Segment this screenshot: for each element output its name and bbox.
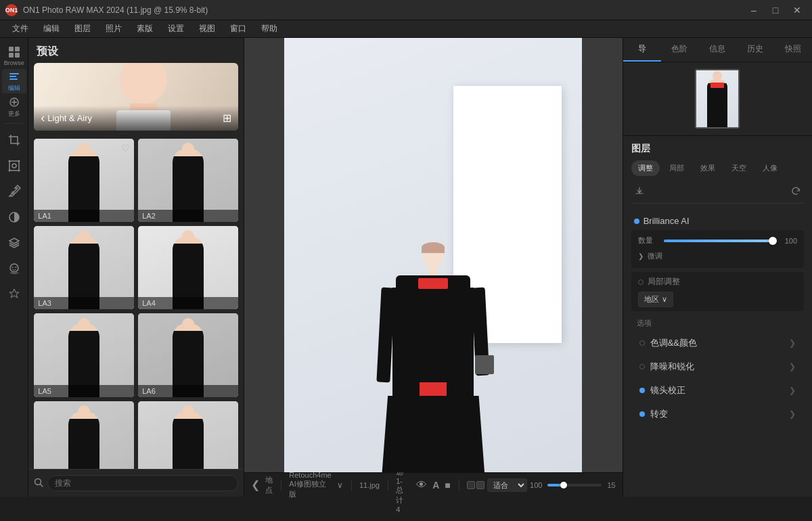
region-select[interactable]: 地区 ∨ [638,292,673,307]
menu-settings[interactable]: 设置 [161,22,191,36]
right-panel: 导 色阶 信息 历史 快照 图层 调整 局部 [623,38,812,497]
iconbar-edit[interactable]: 编辑 [2,69,26,93]
lens-arrow: ❯ [789,386,796,395]
view-mode-1[interactable] [467,481,475,489]
preset-la3-label: LA3 [34,297,134,309]
preset-la7[interactable] [34,401,134,469]
camera-icon[interactable]: ■ [445,480,450,491]
thumbnail-area [623,62,812,136]
hero-grid-icon[interactable]: ⊞ [223,112,231,124]
menu-layer[interactable]: 图层 [68,22,97,36]
menu-file[interactable]: 文件 [5,22,35,36]
denoise-dot [639,364,645,369]
iconbar-plugin[interactable] [2,282,26,307]
tab-histogram[interactable]: 色阶 [661,38,699,62]
fit-mode-select[interactable]: 适合 100% 200% 适合 [487,478,527,492]
fashion-figure [372,245,494,472]
preset-la1[interactable]: ♡ LA1 [34,139,134,222]
maximize-button[interactable]: □ [766,1,785,20]
tab-info[interactable]: 信息 [698,38,736,62]
fine-tune-row[interactable]: ❯ 微调 [638,250,797,263]
fine-tune-label: 微调 [648,251,662,261]
close-button[interactable]: ✕ [788,1,807,20]
hero-preset[interactable]: ‹ Light & Airy ⊞ [34,63,238,131]
search-input[interactable] [47,475,238,491]
hero-back-icon: ‹ [41,111,45,125]
canvas-area: ❮ 地点 Retouch4me AI修图独立版 ∨ 11.jpg 已选1-总计4… [244,38,623,497]
iconbar-browse[interactable]: Browse [2,43,26,68]
view-mode-2[interactable] [476,481,484,489]
zoom-value: 100 [530,481,542,489]
titlebar: ON1 ON1 Photo RAW MAX 2024 (11.jpg @ 15.… [0,0,812,20]
text-a-icon[interactable]: A [432,480,439,491]
menu-edit[interactable]: 编辑 [37,22,66,36]
svg-point-12 [8,160,10,162]
iconbar-retouch[interactable] [2,179,26,204]
tab-snapshots[interactable]: 快照 [774,38,812,62]
local-adj-header[interactable]: 局部调整 [638,276,797,288]
preset-la5[interactable]: LA5 [34,313,134,397]
adj-brilliance-dot [634,219,639,224]
presets-panel: 预设 ‹ Light & Airy ⊞ [28,38,244,497]
tab-sky[interactable]: 天空 [725,160,753,176]
menubar: 文件 编辑 图层 照片 素版 设置 视图 窗口 帮助 [0,20,812,38]
adj-tone-color[interactable]: 色调&&颜色 ❯ [631,332,804,355]
preset-la8[interactable] [138,401,238,469]
fine-tune-expand-icon: ❯ [638,252,644,260]
adj-denoise[interactable]: 降噪和锐化 ❯ [631,355,804,378]
menu-help[interactable]: 帮助 [254,22,284,36]
menu-mask[interactable]: 素版 [130,22,160,36]
preset-la3[interactable]: LA3 [34,226,134,309]
adj-brilliance-header[interactable]: Brilliance AI [629,212,807,230]
svg-rect-0 [9,47,14,51]
tab-guide[interactable]: 导 [623,38,661,62]
adj-lens[interactable]: 镜头校正 ❯ [631,379,804,402]
iconbar-crop[interactable] [2,128,26,152]
iconbar-face[interactable] [2,256,26,281]
svg-rect-3 [15,53,20,58]
iconbar-transform[interactable] [2,154,26,178]
minimize-button[interactable]: – [744,1,763,20]
zoom-slider[interactable] [547,484,602,486]
plugin-arrow[interactable]: ∨ [337,480,343,490]
amount-slider[interactable] [664,240,773,242]
preset-la1-heart[interactable]: ♡ [121,143,130,154]
menu-view[interactable]: 视图 [192,22,222,36]
iconbar-more[interactable]: 更多 [2,95,26,119]
layer-title: 图层 [631,143,804,155]
adj-local: 局部调整 地区 ∨ [629,272,807,311]
layer-icons [631,181,804,204]
svg-point-20 [15,267,16,268]
preset-la4[interactable]: LA4 [138,226,238,309]
titlebar-controls: – □ ✕ [744,1,807,20]
preset-la2[interactable]: LA2 [138,139,238,222]
tab-local[interactable]: 局部 [662,160,691,176]
back-arrow-icon: ❮ [251,478,260,491]
tab-history[interactable]: 历史 [736,38,774,62]
search-icon [34,478,43,489]
iconbar: Browse 编辑 更多 [0,38,28,497]
adj-transform[interactable]: 转变 ❯ [631,403,804,426]
tone-color-arrow: ❯ [789,338,796,348]
layer-download-icon[interactable] [631,183,648,199]
preset-la6[interactable]: LA6 [138,313,238,397]
iconbar-mask[interactable] [2,205,26,229]
preset-la4-label: LA4 [138,297,238,309]
hero-preset-name: Light & Airy [47,113,92,123]
progress-bar-container [547,484,602,486]
options-label: 选项 [637,319,652,327]
svg-point-19 [12,267,13,268]
layer-reset-icon[interactable] [788,183,804,199]
tab-adjust[interactable]: 调整 [631,160,660,176]
frame-count: 15 [607,481,615,489]
eye-icon[interactable]: 👁 [416,479,427,491]
tab-portrait[interactable]: 人像 [756,160,784,176]
menu-window[interactable]: 窗口 [223,22,253,36]
menu-photo[interactable]: 照片 [99,22,129,36]
tab-effects[interactable]: 效果 [694,160,722,176]
preset-la6-label: LA6 [138,385,238,397]
iconbar-layers[interactable] [2,231,26,255]
top-tabs: 导 色阶 信息 历史 快照 [623,38,812,62]
tone-color-dot [639,340,645,346]
bottom-bar: ❮ 地点 Retouch4me AI修图独立版 ∨ 11.jpg 已选1-总计4… [244,472,623,497]
